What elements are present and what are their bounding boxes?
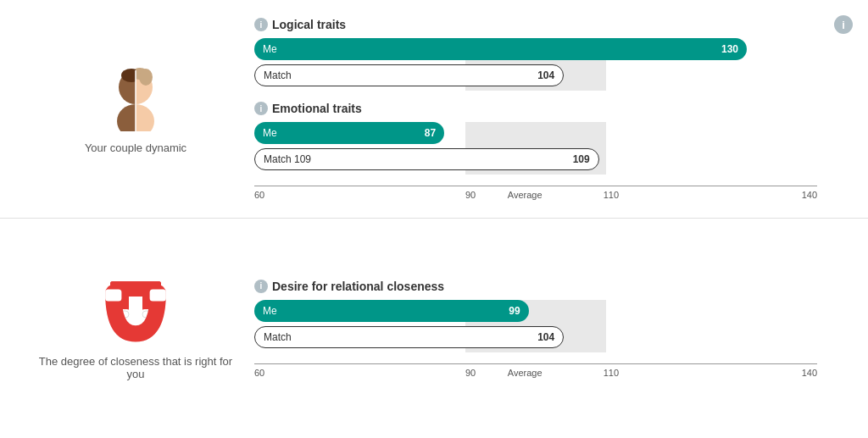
global-info-icon[interactable]: i (834, 15, 853, 34)
closeness-me-bar: Me 99 (254, 300, 529, 322)
axis-avg-start-1: 90 (465, 190, 476, 200)
logical-me-bar: Me 130 (254, 38, 747, 60)
emotional-me-bar: Me 87 (254, 122, 444, 144)
magnet-icon-2 (97, 286, 174, 345)
axis-max-2: 140 (802, 368, 817, 378)
emotional-match-bar: Match 109 109 (254, 148, 599, 170)
svg-point-8 (139, 69, 153, 86)
couple-dynamic-label: Your couple dynamic (85, 141, 186, 154)
logical-traits-title: i Logical traits (254, 18, 817, 31)
app-container: i (0, 0, 868, 438)
closeness-chart-wrapper: Me 99 Match 104 (254, 300, 817, 348)
closeness-chart-group: i Desire for relational closeness Me 99 (254, 280, 817, 348)
emotional-chart-wrapper: Me 87 Match 109 109 (254, 122, 817, 170)
logical-info-icon[interactable]: i (254, 18, 268, 31)
logical-traits-group: i Logical traits Me 130 (254, 18, 817, 86)
axis-avg-label-1: Average (508, 190, 542, 200)
couple-dynamic-left: Your couple dynamic (34, 64, 237, 154)
emotional-traits-title: i Emotional traits (254, 102, 817, 115)
axis-labels-1: 60 90 Average 110 140 (254, 190, 817, 200)
axis-110-2: 110 (604, 368, 619, 378)
closeness-left: The degree of closeness that is right fo… (34, 277, 237, 380)
emotional-traits-group: i Emotional traits Me 87 (254, 102, 817, 170)
closeness-label: The degree of closeness that is right fo… (34, 355, 237, 380)
closeness-panel: The degree of closeness that is right fo… (0, 219, 868, 438)
axis-max-1: 140 (802, 190, 817, 200)
axis-avg-label-2: Average (508, 368, 542, 378)
logical-match-bar: Match 104 (254, 64, 564, 86)
axis-line-1 (254, 186, 817, 186)
couple-dynamic-charts: i Logical traits Me 130 (237, 18, 834, 200)
emotional-info-icon[interactable]: i (254, 102, 268, 115)
closeness-match-bar: Match 104 (254, 326, 564, 348)
axis-labels-2: 60 90 Average 110 140 (254, 368, 817, 378)
axis-min-1: 60 (254, 190, 264, 200)
couple-avatar-icon (102, 64, 170, 131)
axis-avg-start-2: 90 (465, 368, 476, 378)
axis-min-2: 60 (254, 368, 264, 378)
logical-chart-wrapper: Me 130 Match 104 (254, 38, 817, 86)
svg-rect-18 (150, 289, 166, 301)
svg-rect-17 (105, 289, 121, 301)
couple-dynamic-panel: Your couple dynamic i Logical traits Me (0, 0, 868, 219)
axis-line-2 (254, 363, 817, 364)
axis-110-1: 110 (604, 190, 619, 200)
closeness-info-icon[interactable]: i (254, 280, 268, 293)
closeness-charts: i Desire for relational closeness Me 99 (237, 280, 834, 378)
closeness-chart-title: i Desire for relational closeness (254, 280, 817, 293)
